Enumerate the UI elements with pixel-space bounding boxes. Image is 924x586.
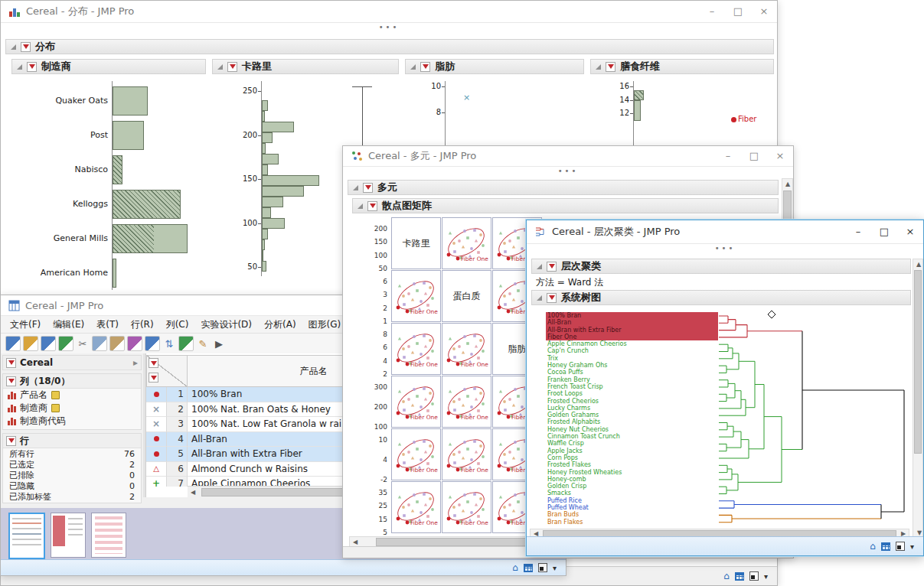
minimize-button[interactable]: – <box>845 221 871 243</box>
row-marker-cell[interactable] <box>146 447 167 462</box>
display-options-caret-icon[interactable]: ▾ <box>553 564 557 572</box>
matrix-scatter-cell[interactable]: Fiber One <box>391 323 441 375</box>
dendrogram-leaf[interactable]: Apple Cinnamon Cheerios <box>546 340 718 347</box>
row-marker-cell[interactable]: + <box>146 477 167 487</box>
histogram-bar[interactable] <box>262 164 268 175</box>
scroll-thumb[interactable] <box>914 270 922 454</box>
display-options-box[interactable] <box>538 563 547 572</box>
data-grid-indicator-icon[interactable] <box>881 542 890 551</box>
matrix-scatter-cell[interactable]: Fiber One <box>442 217 491 269</box>
dendrogram-leaf[interactable]: All-Bran with Extra Fiber <box>546 327 718 334</box>
dendrogram-leaf[interactable]: Bran Buds <box>546 511 718 518</box>
matrix-scatter-cell[interactable]: Fiber One <box>391 270 441 322</box>
open-icon[interactable] <box>23 336 38 351</box>
collapse-triangle-icon[interactable] <box>537 264 542 269</box>
row-stat[interactable]: 所有行76 <box>3 448 141 459</box>
column-list-item[interactable]: 产品名 <box>3 389 141 402</box>
dendrogram-leaf[interactable]: Froot Loops <box>546 390 718 397</box>
histogram-bar[interactable] <box>262 218 285 229</box>
scroll-up-icon[interactable]: ▲ <box>782 181 793 187</box>
graph-icon[interactable] <box>178 336 194 351</box>
histogram-bar[interactable] <box>262 207 271 218</box>
red-triangle-button[interactable] <box>547 262 557 272</box>
journal-icon[interactable] <box>127 336 142 351</box>
dendrogram-leaf[interactable]: Corn Pops <box>546 454 718 461</box>
histogram-bar[interactable] <box>262 261 266 272</box>
histogram-bar[interactable] <box>262 111 265 122</box>
labeled-point-marker[interactable] <box>731 117 736 122</box>
manufacturer-bar[interactable] <box>113 121 144 150</box>
collapsed-menu-dots[interactable]: ••• <box>527 244 923 255</box>
dendrogram-leaf[interactable]: Puffed Rice <box>546 497 718 504</box>
collapse-triangle-icon[interactable] <box>537 295 542 301</box>
cut-icon[interactable]: ✂ <box>76 337 90 350</box>
rows-panel-header[interactable]: 行 <box>3 434 141 448</box>
row-marker-cell[interactable]: △ <box>146 462 167 477</box>
save-icon[interactable] <box>41 336 56 351</box>
manufacturer-bar[interactable] <box>113 224 188 253</box>
dendrogram-leaf[interactable]: Cinnamon Toast Crunch <box>546 433 718 440</box>
dendrogram-leaf[interactable]: Honey-comb <box>546 476 718 483</box>
fiber-bar[interactable] <box>634 90 644 100</box>
data-grid-indicator-icon[interactable] <box>735 572 744 581</box>
sort-icon[interactable]: ⇅ <box>162 337 176 350</box>
scroll-left-icon[interactable]: ◀ <box>350 539 361 545</box>
dendrogram-leaf[interactable]: Lucky Charms <box>546 405 718 412</box>
cluster-titlebar[interactable]: Cereal - 层次聚类 - JMP Pro – □ × <box>527 220 923 244</box>
copy-icon[interactable] <box>92 336 107 351</box>
column-list-item[interactable]: 制造商代码 <box>3 415 141 428</box>
scroll-thumb[interactable] <box>201 488 354 496</box>
histogram-bar[interactable] <box>262 186 304 197</box>
dendrogram-leaf[interactable]: Honey Nut Cheerios <box>546 426 718 433</box>
window-indicator-icon[interactable]: ⌂ <box>512 563 518 572</box>
dendrogram-leaf[interactable]: Trix <box>546 355 718 362</box>
matrix-scatter-cell[interactable]: Fiber One <box>391 481 441 533</box>
histogram-bar[interactable] <box>262 175 319 186</box>
display-options-caret-icon[interactable]: ▾ <box>910 542 914 551</box>
dendrogram-leaf[interactable]: Cap'n Crunch <box>546 347 718 354</box>
fiber-bar[interactable] <box>634 100 641 121</box>
row-marker-cell[interactable] <box>146 387 167 402</box>
histogram-bar[interactable] <box>262 250 263 261</box>
dendrogram-leaf[interactable]: Smacks <box>546 490 718 496</box>
dendrogram-leaf[interactable]: Cocoa Puffs <box>546 369 718 376</box>
histogram-bar[interactable] <box>262 239 265 250</box>
histogram-bar[interactable] <box>262 154 279 164</box>
table-panel-header[interactable]: Cereal ▸ <box>3 356 141 370</box>
new-table-icon[interactable] <box>5 336 21 351</box>
dendrogram-leaf[interactable]: All-Bran <box>546 319 718 326</box>
matrix-diagonal-cell[interactable]: 蛋白质 <box>442 270 491 322</box>
dendrogram-leaf[interactable]: Puffed Wheat <box>546 504 718 511</box>
matrix-scatter-cell[interactable]: Fiber One <box>391 428 441 480</box>
dendrogram-leaf[interactable]: Golden Grahams <box>546 412 718 418</box>
window-indicator-icon[interactable]: ⌂ <box>870 542 876 551</box>
column-list-item[interactable]: 制造商 <box>3 402 141 415</box>
thumbnail-2[interactable] <box>51 513 86 558</box>
manufacturer-bar[interactable] <box>113 86 148 116</box>
manufacturer-bar[interactable] <box>113 190 181 219</box>
row-marker-cell[interactable]: × <box>146 402 167 418</box>
scroll-up-icon[interactable]: ▲ <box>913 261 924 268</box>
table-red-triangle-button[interactable] <box>149 358 158 368</box>
histogram-bar[interactable] <box>262 132 273 143</box>
menu-item[interactable]: 文件(F) <box>4 318 47 331</box>
cluster-window-icon[interactable] <box>534 226 547 238</box>
menu-item[interactable]: 实验设计(D) <box>194 318 258 331</box>
maximize-button[interactable]: □ <box>871 221 897 243</box>
manufacturer-bar[interactable] <box>113 155 122 184</box>
table-window-icon[interactable] <box>8 300 20 311</box>
dendrogram-leaf[interactable]: Honey Frosted Wheaties <box>546 469 718 476</box>
dendrogram-leaf[interactable]: Golden Crisp <box>546 483 718 490</box>
fat-outlier-marker[interactable]: × <box>463 93 470 103</box>
menu-item[interactable]: 表(T) <box>90 318 125 331</box>
menu-item[interactable]: 列(C) <box>160 318 195 331</box>
grid-corner-cell[interactable] <box>146 355 188 387</box>
close-button[interactable]: × <box>897 221 923 243</box>
arrow-icon[interactable]: ▶ <box>212 337 226 350</box>
dendrogram-svg[interactable] <box>718 308 908 528</box>
pencil-icon[interactable]: ✎ <box>196 337 210 350</box>
row-stat[interactable]: 已排除0 <box>3 470 141 480</box>
data-grid-indicator-icon[interactable] <box>524 564 533 572</box>
matrix-scatter-cell[interactable]: Fiber One <box>442 428 491 480</box>
menu-item[interactable]: 行(R) <box>125 318 160 331</box>
